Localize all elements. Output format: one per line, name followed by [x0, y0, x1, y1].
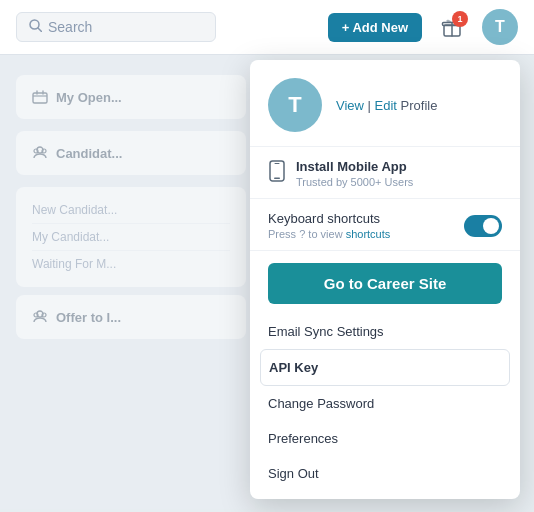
dropdown-avatar: T [268, 78, 322, 132]
profile-label: Profile [401, 98, 438, 113]
preferences-menu-item[interactable]: Preferences [250, 421, 520, 456]
profile-links: View | Edit Profile [336, 98, 437, 113]
bg-card3: Offer to I... [56, 310, 121, 325]
bg-card2: Candidat... [56, 146, 122, 161]
shortcuts-sub: Press ? to view shortcuts [268, 228, 390, 240]
gift-icon-button[interactable]: 1 [434, 9, 470, 45]
bg-card1: My Open... [56, 90, 122, 105]
add-new-label: + Add New [342, 20, 408, 35]
separator: | [368, 98, 375, 113]
shortcuts-link[interactable]: shortcuts [346, 228, 391, 240]
sign-out-menu-item[interactable]: Sign Out [250, 456, 520, 491]
svg-line-1 [38, 28, 42, 32]
email-sync-menu-item[interactable]: Email Sync Settings [250, 314, 520, 349]
gift-badge: 1 [452, 11, 468, 27]
svg-rect-12 [274, 178, 280, 180]
install-title[interactable]: Install Mobile App [296, 159, 413, 174]
svg-point-9 [34, 313, 38, 317]
keyboard-shortcuts-toggle[interactable] [464, 215, 502, 237]
edit-profile-link[interactable]: Edit [375, 98, 397, 113]
search-box[interactable]: Search [16, 12, 216, 42]
topbar: Search + Add New 1 T [0, 0, 534, 55]
view-profile-link[interactable]: View [336, 98, 364, 113]
shortcuts-title: Keyboard shortcuts [268, 211, 390, 226]
api-key-menu-item[interactable]: API Key [260, 349, 510, 386]
toggle-knob [483, 218, 499, 234]
user-avatar[interactable]: T [482, 9, 518, 45]
install-mobile-section: Install Mobile App Trusted by 5000+ User… [250, 147, 520, 199]
svg-point-10 [42, 313, 46, 317]
svg-point-7 [42, 149, 46, 153]
change-password-menu-item[interactable]: Change Password [250, 386, 520, 421]
install-sub: Trusted by 5000+ Users [296, 176, 413, 188]
career-site-button[interactable]: Go to Career Site [268, 263, 502, 304]
bg-row1: New Candidat... [32, 197, 230, 224]
search-placeholder: Search [48, 19, 92, 35]
search-icon [29, 19, 42, 35]
svg-rect-4 [33, 93, 47, 103]
dropdown-profile: T View | Edit Profile [250, 60, 520, 147]
bg-row2: My Candidat... [32, 224, 230, 251]
svg-point-6 [34, 149, 38, 153]
user-dropdown: T View | Edit Profile Install Mobile App… [250, 60, 520, 499]
mobile-icon [268, 160, 286, 187]
add-new-button[interactable]: + Add New [328, 13, 422, 42]
shortcuts-row: Keyboard shortcuts Press ? to view short… [250, 199, 520, 251]
bg-row3: Waiting For M... [32, 251, 230, 277]
svg-rect-13 [275, 163, 280, 164]
